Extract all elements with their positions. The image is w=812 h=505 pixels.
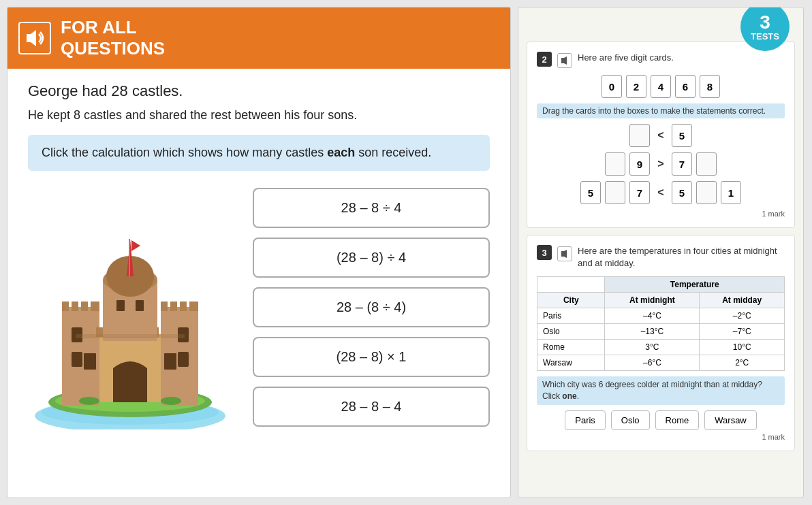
option-3[interactable]: 28 – (8 ÷ 4) (253, 287, 490, 327)
drop-box-2a[interactable] (605, 152, 625, 176)
svg-rect-13 (161, 302, 168, 311)
drop-box-2b[interactable] (696, 152, 717, 176)
comp-box-7b: 7 (629, 181, 650, 204)
header-bar: FOR ALL QUESTIONS (7, 7, 510, 69)
digit-card-2[interactable]: 2 (626, 75, 646, 98)
q2-description: Here are five digit cards. (578, 52, 674, 64)
option-1[interactable]: 28 – 8 ÷ 4 (253, 188, 490, 228)
q3-instruction: Which city was 6 degrees colder at midni… (537, 376, 785, 405)
city-rome: Rome (537, 340, 605, 355)
q3-instruction-bold: one (562, 391, 576, 401)
svg-point-38 (79, 397, 99, 405)
q3-number: 3 (537, 245, 552, 260)
q3-description: Here are the temperatures in four cities… (578, 245, 785, 270)
comp-symbol-1: < (654, 129, 668, 142)
comp-box-7: 7 (672, 152, 692, 176)
svg-rect-34 (164, 353, 176, 370)
svg-rect-10 (81, 302, 88, 311)
warsaw-midnight: –6°C (605, 355, 700, 371)
paris-midnight: –4°C (605, 308, 700, 324)
castle-image (28, 184, 232, 429)
oslo-midnight: –13°C (605, 324, 700, 340)
q2-audio-button[interactable] (557, 53, 572, 68)
comparison-row-3: 5 7 < 5 1 (537, 181, 785, 204)
q3-header: 3 Here are the temperatures in four citi… (537, 245, 785, 270)
city-btn-warsaw[interactable]: Warsaw (704, 410, 756, 430)
table-row: Oslo –13°C –7°C (537, 324, 785, 340)
city-col-header: City (537, 293, 605, 308)
drop-box-3b[interactable] (696, 181, 717, 204)
q3-mark: 1 mark (537, 433, 785, 441)
speaker-icon[interactable] (18, 22, 51, 54)
option-5[interactable]: 28 – 8 – 4 (253, 387, 490, 427)
paris-midday: –2°C (700, 308, 785, 324)
city-btn-oslo[interactable]: Oslo (611, 410, 650, 430)
drop-box-1a[interactable] (629, 124, 650, 147)
temperature-table: Temperature City At midnight At midday P… (537, 276, 785, 371)
sub-sentence: He kept 8 castles and shared the rest be… (28, 108, 490, 123)
comp-box-1: 1 (721, 181, 741, 204)
digit-card-8[interactable]: 8 (700, 75, 720, 98)
svg-rect-11 (91, 302, 99, 311)
digit-cards: 0 2 4 6 8 (537, 75, 785, 98)
svg-point-39 (161, 397, 181, 405)
option-4[interactable]: (28 – 8) × 1 (253, 337, 490, 377)
warsaw-midday: 2°C (700, 355, 785, 371)
table-row: Paris –4°C –2°C (537, 308, 785, 324)
main-sentence: George had 28 castles. (28, 82, 490, 100)
city-btn-rome[interactable]: Rome (655, 410, 700, 430)
question-2-block: 2 Here are five digit cards. 0 2 4 6 8 D… (527, 42, 795, 228)
comp-box-5a: 5 (672, 124, 692, 147)
q3-audio-button[interactable] (557, 246, 572, 261)
digit-card-6[interactable]: 6 (675, 75, 696, 98)
badge-label: TESTS (751, 32, 779, 41)
rome-midday: 10°C (700, 340, 785, 355)
midnight-col-header: At midnight (605, 293, 700, 308)
comp-symbol-2: > (654, 158, 668, 170)
svg-rect-16 (189, 302, 198, 311)
midday-col-header: At midday (700, 293, 785, 308)
comparison-row-2: 9 > 7 (537, 152, 785, 176)
city-oslo: Oslo (537, 324, 605, 340)
q2-mark: 1 mark (537, 210, 785, 218)
instruction-box: Click the calculation which shows how ma… (28, 135, 490, 171)
svg-rect-15 (180, 302, 187, 311)
digit-card-4[interactable]: 4 (651, 75, 671, 98)
instruction-bold: each (327, 146, 355, 159)
comp-box-5b: 5 (580, 181, 601, 204)
svg-rect-33 (84, 353, 96, 370)
svg-marker-0 (27, 30, 36, 46)
castle-area: 28 – 8 ÷ 4 (28 – 8) ÷ 4 28 – (8 ÷ 4) (28… (28, 184, 490, 429)
svg-rect-30 (72, 352, 82, 367)
comp-box-9: 9 (629, 152, 650, 176)
city-buttons: Paris Oslo Rome Warsaw (537, 410, 785, 430)
options-list: 28 – 8 ÷ 4 (28 – 8) ÷ 4 28 – (8 ÷ 4) (28… (253, 188, 490, 427)
rome-midnight: 3°C (605, 340, 700, 355)
option-2[interactable]: (28 – 8) ÷ 4 (253, 238, 490, 278)
badge-number: 3 (760, 13, 770, 32)
city-btn-paris[interactable]: Paris (565, 410, 606, 430)
q2-number: 2 (537, 52, 552, 67)
city-warsaw: Warsaw (537, 355, 605, 371)
city-paris: Paris (537, 308, 605, 324)
table-row: Warsaw –6°C 2°C (537, 355, 785, 371)
svg-marker-40 (561, 56, 567, 65)
q2-header: 2 Here are five digit cards. (537, 52, 785, 68)
question-3-block: 3 Here are the temperatures in four citi… (527, 235, 795, 451)
header-title: FOR ALL QUESTIONS (61, 17, 165, 59)
svg-rect-36 (136, 300, 144, 311)
drag-instruction: Drag the cards into the boxes to make th… (537, 103, 785, 118)
question-content: George had 28 castles. He kept 8 castles… (7, 69, 510, 498)
right-panel: 3 TESTS 2 Here are five digit cards. 0 2… (518, 7, 804, 498)
digit-card-0[interactable]: 0 (602, 75, 622, 98)
svg-rect-14 (170, 302, 177, 311)
svg-marker-41 (561, 250, 567, 258)
temp-col-header: Temperature (605, 277, 785, 293)
svg-rect-32 (178, 352, 189, 367)
svg-rect-9 (72, 302, 78, 311)
svg-rect-8 (62, 302, 69, 311)
table-row: Rome 3°C 10°C (537, 340, 785, 355)
comp-box-5c: 5 (672, 181, 692, 204)
drop-box-3a[interactable] (605, 181, 625, 204)
oslo-midday: –7°C (700, 324, 785, 340)
